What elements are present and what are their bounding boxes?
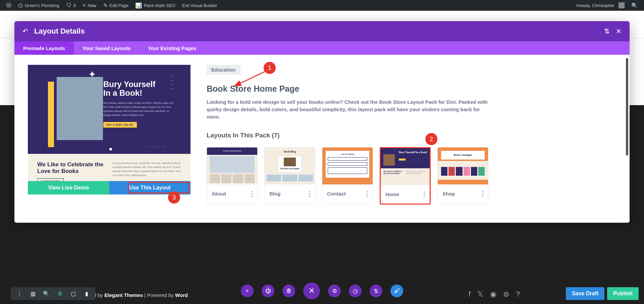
trash-button[interactable]: 🗑 (282, 285, 295, 297)
wp-logo[interactable]: ⓦ (3, 0, 15, 11)
card-thumb: Bury Yourself In a Book! We Like to Cele… (381, 148, 430, 185)
more-icon[interactable] (251, 191, 253, 197)
tab-saved[interactable]: Your Saved Layouts (74, 41, 139, 55)
clock-icon: ◷ (353, 288, 358, 295)
pack-heading: Layouts In This Pack (7) (207, 132, 616, 139)
comments-count: 0 (73, 3, 76, 8)
comments-link[interactable]: 🗨0 (63, 0, 79, 11)
more-icon[interactable] (367, 191, 368, 197)
star-icon: ✦ (88, 69, 96, 80)
help-icon[interactable]: ? (516, 290, 520, 299)
dribbble-icon[interactable]: ◉ (490, 290, 496, 299)
wp-admin-bar: ⓦ ⌬Green's Plumbing 🗨0 +New ✎Edit Page 📊… (0, 0, 644, 11)
close-icon[interactable]: ✕ (616, 27, 622, 35)
card-label: Contact (327, 191, 346, 197)
layout-preview-image: ✦ 〰〰〰〰 Bury YourselfIn a Book! Nisl mass… (28, 65, 191, 181)
edit-page-link[interactable]: ✎Edit Page (100, 0, 132, 11)
layout-cards-row: Connecting Readers About Book Blog The R… (207, 147, 616, 205)
layout-card-blog[interactable]: Book Blog The Road Less Traveled Blog (264, 147, 315, 205)
howdy-user[interactable]: Howdy, Christopher (573, 0, 628, 11)
more-menu-icon[interactable]: ⋮ (13, 287, 26, 300)
layout-card-home[interactable]: Bury Yourself In a Book! We Like to Cele… (380, 147, 431, 205)
card-label: About (212, 191, 226, 197)
new-content[interactable]: +New (79, 0, 100, 11)
modal-title: Layout Details (34, 27, 598, 36)
gear-icon: ⚙ (332, 288, 337, 295)
tab-existing[interactable]: Your Existing Pages (139, 41, 205, 55)
more-icon[interactable] (309, 191, 310, 197)
decor-photo (55, 75, 105, 142)
annotation-1: 1 (264, 62, 276, 74)
save-draft-button[interactable]: Save Draft (566, 287, 604, 300)
preview-actions: View Live Demo Use This Layout (28, 181, 191, 194)
modal-header: ↶ Layout Details ⇅ ✕ (14, 21, 630, 41)
viewport-tools: ⋮ ▥ 🔍 🖥 ▢ ▮ (11, 287, 95, 300)
x-icon[interactable]: 𝕏 (477, 290, 483, 299)
layout-modal: ↶ Layout Details ⇅ ✕ Premade Layouts You… (14, 21, 630, 223)
settings-button[interactable]: ⚙ (328, 285, 341, 297)
plus-icon: + (83, 2, 86, 8)
dashboard-icon: ⌬ (18, 2, 23, 9)
svg-line-0 (239, 71, 266, 84)
layout-description: Looking for a bold new design to sell yo… (207, 98, 492, 120)
modal-tabs: Premade Layouts Your Saved Layouts Your … (14, 41, 630, 55)
power-button[interactable]: ⏻ (262, 285, 274, 297)
desktop-icon[interactable]: 🖥 (53, 287, 66, 300)
preview-cta: BUY & RENT ONLINE (103, 122, 137, 128)
pencil-icon: ✎ (103, 2, 108, 9)
annotation-3: 3 (168, 191, 180, 204)
preview-learn-more: LEARN MORE (37, 178, 64, 181)
scrollbar[interactable] (626, 58, 628, 156)
publish-buttons: Save Draft Publish (566, 287, 639, 300)
phone-icon[interactable]: ▮ (80, 287, 93, 300)
history-button[interactable]: ◷ (349, 285, 362, 297)
brush-button[interactable]: 🖌 (390, 285, 403, 297)
modal-body: ✦ 〰〰〰〰 Bury YourselfIn a Book! Nisl mass… (14, 55, 630, 223)
chart-icon: 📊 (135, 2, 142, 9)
facebook-icon[interactable]: f (469, 290, 471, 299)
card-thumb: Book Blog The Road Less Traveled (265, 147, 315, 184)
rss-icon[interactable]: ⊚ (503, 290, 509, 299)
search-icon: 🔍 (631, 2, 638, 9)
wordpress-icon: ⓦ (6, 2, 11, 9)
layout-card-shop[interactable]: Book Catalogue Shop (437, 147, 488, 205)
card-thumb: Get In Touch (322, 147, 373, 184)
tablet-icon[interactable]: ▢ (66, 287, 80, 300)
annotation-highlight-3 (128, 182, 190, 193)
view-live-demo-button[interactable]: View Live Demo (28, 181, 109, 194)
card-label: Shop (442, 191, 455, 197)
exit-vb-link[interactable]: Exit Visual Builder (179, 0, 221, 11)
card-label: Blog (269, 191, 280, 197)
add-button[interactable]: + (241, 285, 254, 297)
more-icon[interactable] (424, 191, 425, 198)
close-builder-button[interactable]: ✕ (303, 283, 320, 299)
card-thumb: Connecting Readers (207, 147, 257, 184)
card-label: Home (385, 191, 399, 197)
sort-icon[interactable]: ⇅ (604, 27, 610, 35)
rank-math-link[interactable]: 📊Rank Math SEO (132, 0, 179, 11)
layout-card-about[interactable]: Connecting Readers About (207, 147, 258, 205)
zoom-icon[interactable]: 🔍 (40, 287, 53, 300)
decor-yellow-bar (48, 82, 54, 147)
swap-button[interactable]: ⇅ (370, 285, 382, 297)
layout-card-contact[interactable]: Get In Touch Contact (322, 147, 373, 205)
footer-credit: ned by Elegant Themes | Powered by Word (88, 292, 188, 298)
card-thumb: Book Catalogue (438, 147, 488, 184)
annotation-2: 2 (425, 133, 437, 145)
dot-decor (109, 148, 112, 150)
social-icons: f 𝕏 ◉ ⊚ ? (469, 290, 520, 299)
avatar (619, 2, 625, 8)
builder-circle-buttons: + ⏻ 🗑 ✕ ⚙ ◷ ⇅ 🖌 (241, 283, 403, 299)
site-name: Green's Plumbing (25, 3, 59, 8)
tab-premade[interactable]: Premade Layouts (14, 41, 74, 55)
wave-decor: 〜〜〜〜 (146, 144, 167, 150)
publish-button[interactable]: Publish (607, 287, 639, 300)
preview-column: ✦ 〰〰〰〰 Bury YourselfIn a Book! Nisl mass… (28, 65, 191, 213)
back-button[interactable]: ↶ (22, 27, 28, 35)
search-toggle[interactable]: 🔍 (628, 0, 641, 11)
comment-icon: 🗨 (66, 2, 71, 8)
wireframe-icon[interactable]: ▥ (26, 287, 40, 300)
more-icon[interactable] (482, 191, 483, 197)
site-name-link[interactable]: ⌬Green's Plumbing (15, 0, 63, 11)
